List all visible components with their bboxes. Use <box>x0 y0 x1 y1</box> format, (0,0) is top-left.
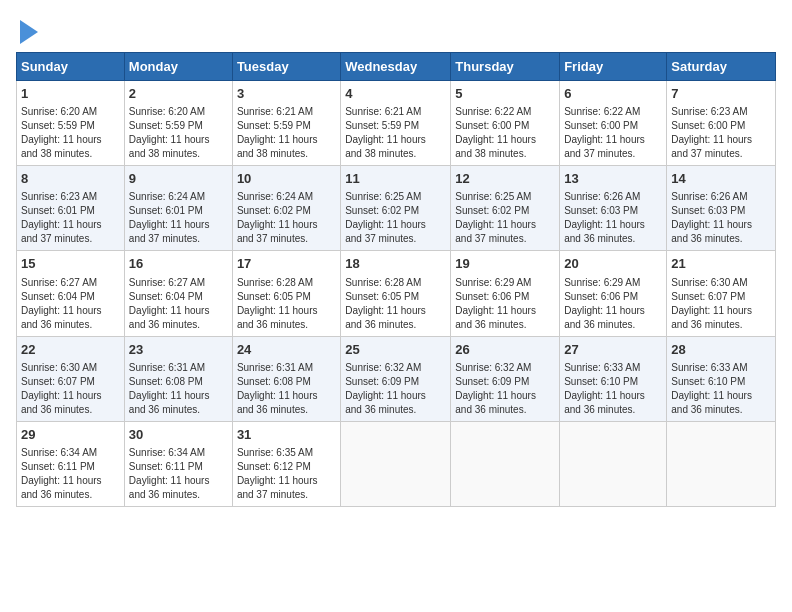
day-number: 19 <box>455 255 555 273</box>
calendar-cell: 6Sunrise: 6:22 AM Sunset: 6:00 PM Daylig… <box>560 81 667 166</box>
day-number: 5 <box>455 85 555 103</box>
calendar-table: SundayMondayTuesdayWednesdayThursdayFrid… <box>16 52 776 507</box>
day-info: Sunrise: 6:21 AM Sunset: 5:59 PM Dayligh… <box>345 105 446 161</box>
calendar-cell: 27Sunrise: 6:33 AM Sunset: 6:10 PM Dayli… <box>560 336 667 421</box>
day-number: 17 <box>237 255 336 273</box>
day-number: 27 <box>564 341 662 359</box>
logo-arrow-icon <box>20 20 38 44</box>
calendar-cell: 9Sunrise: 6:24 AM Sunset: 6:01 PM Daylig… <box>124 166 232 251</box>
calendar-cell: 5Sunrise: 6:22 AM Sunset: 6:00 PM Daylig… <box>451 81 560 166</box>
day-info: Sunrise: 6:27 AM Sunset: 6:04 PM Dayligh… <box>129 276 228 332</box>
calendar-cell: 13Sunrise: 6:26 AM Sunset: 6:03 PM Dayli… <box>560 166 667 251</box>
day-number: 24 <box>237 341 336 359</box>
day-info: Sunrise: 6:28 AM Sunset: 6:05 PM Dayligh… <box>345 276 446 332</box>
day-header-saturday: Saturday <box>667 53 776 81</box>
day-info: Sunrise: 6:34 AM Sunset: 6:11 PM Dayligh… <box>129 446 228 502</box>
day-info: Sunrise: 6:31 AM Sunset: 6:08 PM Dayligh… <box>129 361 228 417</box>
day-info: Sunrise: 6:27 AM Sunset: 6:04 PM Dayligh… <box>21 276 120 332</box>
calendar-cell: 20Sunrise: 6:29 AM Sunset: 6:06 PM Dayli… <box>560 251 667 336</box>
calendar-cell: 3Sunrise: 6:21 AM Sunset: 5:59 PM Daylig… <box>232 81 340 166</box>
day-number: 20 <box>564 255 662 273</box>
calendar-cell: 21Sunrise: 6:30 AM Sunset: 6:07 PM Dayli… <box>667 251 776 336</box>
day-info: Sunrise: 6:20 AM Sunset: 5:59 PM Dayligh… <box>129 105 228 161</box>
day-number: 14 <box>671 170 771 188</box>
day-info: Sunrise: 6:30 AM Sunset: 6:07 PM Dayligh… <box>671 276 771 332</box>
day-info: Sunrise: 6:25 AM Sunset: 6:02 PM Dayligh… <box>345 190 446 246</box>
calendar-cell: 11Sunrise: 6:25 AM Sunset: 6:02 PM Dayli… <box>341 166 451 251</box>
day-number: 16 <box>129 255 228 273</box>
day-info: Sunrise: 6:22 AM Sunset: 6:00 PM Dayligh… <box>455 105 555 161</box>
day-info: Sunrise: 6:32 AM Sunset: 6:09 PM Dayligh… <box>455 361 555 417</box>
day-info: Sunrise: 6:21 AM Sunset: 5:59 PM Dayligh… <box>237 105 336 161</box>
day-info: Sunrise: 6:29 AM Sunset: 6:06 PM Dayligh… <box>455 276 555 332</box>
day-number: 1 <box>21 85 120 103</box>
day-info: Sunrise: 6:24 AM Sunset: 6:02 PM Dayligh… <box>237 190 336 246</box>
day-header-friday: Friday <box>560 53 667 81</box>
calendar-cell: 14Sunrise: 6:26 AM Sunset: 6:03 PM Dayli… <box>667 166 776 251</box>
day-info: Sunrise: 6:28 AM Sunset: 6:05 PM Dayligh… <box>237 276 336 332</box>
calendar-week-row: 15Sunrise: 6:27 AM Sunset: 6:04 PM Dayli… <box>17 251 776 336</box>
day-info: Sunrise: 6:26 AM Sunset: 6:03 PM Dayligh… <box>671 190 771 246</box>
day-number: 31 <box>237 426 336 444</box>
day-number: 11 <box>345 170 446 188</box>
calendar-cell: 25Sunrise: 6:32 AM Sunset: 6:09 PM Dayli… <box>341 336 451 421</box>
calendar-week-row: 1Sunrise: 6:20 AM Sunset: 5:59 PM Daylig… <box>17 81 776 166</box>
day-number: 13 <box>564 170 662 188</box>
calendar-cell: 26Sunrise: 6:32 AM Sunset: 6:09 PM Dayli… <box>451 336 560 421</box>
calendar-week-row: 22Sunrise: 6:30 AM Sunset: 6:07 PM Dayli… <box>17 336 776 421</box>
calendar-cell: 12Sunrise: 6:25 AM Sunset: 6:02 PM Dayli… <box>451 166 560 251</box>
calendar-cell: 29Sunrise: 6:34 AM Sunset: 6:11 PM Dayli… <box>17 421 125 506</box>
day-number: 12 <box>455 170 555 188</box>
calendar-cell: 31Sunrise: 6:35 AM Sunset: 6:12 PM Dayli… <box>232 421 340 506</box>
day-number: 4 <box>345 85 446 103</box>
day-number: 22 <box>21 341 120 359</box>
calendar-cell: 30Sunrise: 6:34 AM Sunset: 6:11 PM Dayli… <box>124 421 232 506</box>
calendar-cell: 1Sunrise: 6:20 AM Sunset: 5:59 PM Daylig… <box>17 81 125 166</box>
day-header-wednesday: Wednesday <box>341 53 451 81</box>
calendar-week-row: 29Sunrise: 6:34 AM Sunset: 6:11 PM Dayli… <box>17 421 776 506</box>
calendar-cell: 28Sunrise: 6:33 AM Sunset: 6:10 PM Dayli… <box>667 336 776 421</box>
day-number: 30 <box>129 426 228 444</box>
day-number: 21 <box>671 255 771 273</box>
day-number: 23 <box>129 341 228 359</box>
day-number: 6 <box>564 85 662 103</box>
day-number: 7 <box>671 85 771 103</box>
calendar-cell: 18Sunrise: 6:28 AM Sunset: 6:05 PM Dayli… <box>341 251 451 336</box>
calendar-cell: 19Sunrise: 6:29 AM Sunset: 6:06 PM Dayli… <box>451 251 560 336</box>
day-info: Sunrise: 6:33 AM Sunset: 6:10 PM Dayligh… <box>671 361 771 417</box>
day-info: Sunrise: 6:35 AM Sunset: 6:12 PM Dayligh… <box>237 446 336 502</box>
day-number: 18 <box>345 255 446 273</box>
calendar-cell: 15Sunrise: 6:27 AM Sunset: 6:04 PM Dayli… <box>17 251 125 336</box>
calendar-cell <box>451 421 560 506</box>
day-info: Sunrise: 6:20 AM Sunset: 5:59 PM Dayligh… <box>21 105 120 161</box>
calendar-cell: 4Sunrise: 6:21 AM Sunset: 5:59 PM Daylig… <box>341 81 451 166</box>
day-info: Sunrise: 6:22 AM Sunset: 6:00 PM Dayligh… <box>564 105 662 161</box>
day-number: 9 <box>129 170 228 188</box>
day-number: 8 <box>21 170 120 188</box>
calendar-cell <box>341 421 451 506</box>
day-info: Sunrise: 6:32 AM Sunset: 6:09 PM Dayligh… <box>345 361 446 417</box>
calendar-cell: 10Sunrise: 6:24 AM Sunset: 6:02 PM Dayli… <box>232 166 340 251</box>
calendar-cell: 23Sunrise: 6:31 AM Sunset: 6:08 PM Dayli… <box>124 336 232 421</box>
calendar-cell <box>667 421 776 506</box>
day-info: Sunrise: 6:33 AM Sunset: 6:10 PM Dayligh… <box>564 361 662 417</box>
calendar-cell: 2Sunrise: 6:20 AM Sunset: 5:59 PM Daylig… <box>124 81 232 166</box>
day-info: Sunrise: 6:26 AM Sunset: 6:03 PM Dayligh… <box>564 190 662 246</box>
day-number: 3 <box>237 85 336 103</box>
day-number: 29 <box>21 426 120 444</box>
day-number: 15 <box>21 255 120 273</box>
day-header-thursday: Thursday <box>451 53 560 81</box>
day-number: 10 <box>237 170 336 188</box>
day-header-sunday: Sunday <box>17 53 125 81</box>
calendar-cell: 7Sunrise: 6:23 AM Sunset: 6:00 PM Daylig… <box>667 81 776 166</box>
day-number: 28 <box>671 341 771 359</box>
day-header-tuesday: Tuesday <box>232 53 340 81</box>
calendar-cell: 16Sunrise: 6:27 AM Sunset: 6:04 PM Dayli… <box>124 251 232 336</box>
logo <box>16 16 38 44</box>
day-info: Sunrise: 6:25 AM Sunset: 6:02 PM Dayligh… <box>455 190 555 246</box>
calendar-week-row: 8Sunrise: 6:23 AM Sunset: 6:01 PM Daylig… <box>17 166 776 251</box>
calendar-cell: 8Sunrise: 6:23 AM Sunset: 6:01 PM Daylig… <box>17 166 125 251</box>
day-number: 26 <box>455 341 555 359</box>
day-info: Sunrise: 6:23 AM Sunset: 6:00 PM Dayligh… <box>671 105 771 161</box>
day-number: 25 <box>345 341 446 359</box>
